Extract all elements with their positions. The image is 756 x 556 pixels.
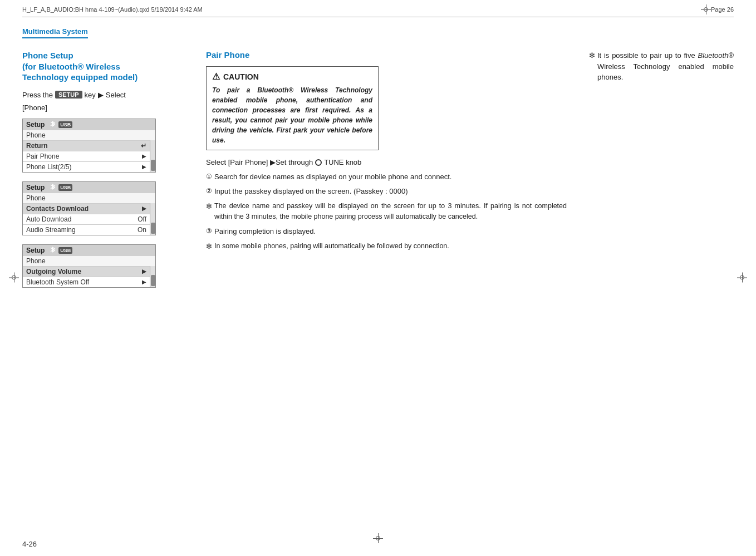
menu2-contacts-arrow: ▶ bbox=[142, 205, 146, 211]
pair-phone-title: Pair Phone bbox=[206, 50, 567, 60]
step2-text: Input the passkey displayed on the scree… bbox=[214, 186, 567, 196]
menu2-item-autodownload[interactable]: Auto Download Off bbox=[23, 214, 150, 224]
menu1-item-phonelist[interactable]: Phone List(2/5) ▶ bbox=[23, 161, 150, 172]
menu3-header-label: Setup bbox=[26, 247, 45, 254]
bluetooth-icon-3 bbox=[49, 246, 56, 253]
select-bracket: [Phone] bbox=[22, 104, 184, 112]
usb-icon-3: USB bbox=[58, 247, 72, 254]
menu3-items: Outgoing Volume ▶ Bluetooth System Off ▶ bbox=[23, 266, 155, 287]
step2-num: ② bbox=[206, 186, 212, 196]
menu1-item-return[interactable]: Return ↵ bbox=[23, 140, 150, 151]
menu1-sublabel: Phone bbox=[23, 130, 155, 140]
menu1-scrollbar bbox=[150, 140, 155, 172]
menu2-sublabel: Phone bbox=[23, 193, 155, 203]
caution-box: ⚠ CAUTION To pair a Bluetooth® Wireless … bbox=[206, 66, 379, 150]
section-title: Phone Setup (for Bluetooth® Wireless Tec… bbox=[22, 50, 184, 83]
top-bar: H_LF_A,B_AUDIO:BH hma 4-109~(Audio).qxd … bbox=[22, 4, 734, 17]
menu1-header-label: Setup bbox=[26, 121, 45, 129]
caution-header: ⚠ CAUTION bbox=[212, 71, 372, 82]
menu3-scroll-thumb bbox=[151, 275, 155, 286]
right-note: ✻ It is possible to pair up to five Blue… bbox=[589, 50, 734, 83]
menu1-return-label: Return bbox=[26, 142, 48, 150]
left-column: Phone Setup (for Bluetooth® Wireless Tec… bbox=[22, 50, 195, 534]
file-info: H_LF_A,B_AUDIO:BH hma 4-109~(Audio).qxd … bbox=[22, 6, 701, 13]
menu2-autodownload-value: Off bbox=[138, 215, 146, 223]
note2-star: ✻ bbox=[206, 241, 212, 252]
note-2: ✻ In some mobile phones, pairing will au… bbox=[206, 241, 567, 252]
press-label: Press the bbox=[22, 91, 53, 99]
menu1-items: Return ↵ Pair Phone ▶ Phone List(2/5) ▶ bbox=[23, 140, 155, 172]
usb-icon-1: USB bbox=[58, 121, 72, 128]
bluetooth-icon bbox=[49, 120, 56, 127]
menu2-contacts-label: Contacts Download bbox=[26, 205, 89, 213]
crosshair-right bbox=[737, 272, 747, 284]
menu2-item-contacts[interactable]: Contacts Download ▶ bbox=[23, 203, 150, 214]
step3-text: Pairing completion is displayed. bbox=[214, 227, 567, 237]
main-content: Phone Setup (for Bluetooth® Wireless Tec… bbox=[22, 50, 734, 534]
menu1-item-pairphone[interactable]: Pair Phone ▶ bbox=[23, 151, 150, 161]
step-list: ① Search for device names as displayed o… bbox=[206, 172, 567, 196]
menu1-return-icon: ↵ bbox=[141, 142, 146, 150]
menu-box-3: Setup USB Phone Outgoing Volume ▶ Blueto… bbox=[22, 244, 156, 288]
menu2-header-label: Setup bbox=[26, 184, 45, 191]
arrow-key: ▶ bbox=[98, 91, 104, 99]
menu2-scroll-thumb bbox=[151, 223, 155, 234]
menu2-audiostreaming-label: Audio Streaming bbox=[26, 226, 76, 234]
menu2-scrollbar bbox=[150, 203, 155, 235]
menu2-item-audiostreaming[interactable]: Audio Streaming On bbox=[23, 224, 150, 235]
step-2: ② Input the passkey displayed on the scr… bbox=[206, 186, 567, 196]
menu-header-1: Setup USB bbox=[23, 119, 155, 130]
menu3-item-outgoing[interactable]: Outgoing Volume ▶ bbox=[23, 266, 150, 277]
crosshair-bottom bbox=[373, 533, 383, 545]
caution-text: To pair a Bluetooth® Wireless Technology… bbox=[212, 85, 372, 145]
press-line: Press the SETUP key ▶ Select bbox=[22, 91, 184, 99]
menu-box-2: Setup USB Phone Contacts Download ▶ Auto bbox=[22, 181, 156, 235]
note2-text: In some mobile phones, pairing will auto… bbox=[214, 241, 567, 252]
instruction-line: Select [Pair Phone] ▶Set through TUNE kn… bbox=[206, 158, 567, 166]
menu3-item-btsysoff[interactable]: Bluetooth System Off ▶ bbox=[23, 277, 150, 287]
menu1-phonelist-arrow: ▶ bbox=[142, 164, 146, 170]
bluetooth-icon-2 bbox=[49, 183, 56, 190]
caution-triangle-icon: ⚠ bbox=[212, 71, 220, 82]
page-info: Page 26 bbox=[711, 6, 734, 13]
crosshair-top bbox=[701, 4, 711, 14]
menu3-btsysoff-arrow: ▶ bbox=[142, 279, 146, 285]
header-section: Multimedia System bbox=[22, 27, 734, 38]
select-label: Select bbox=[106, 91, 126, 99]
instruction-text: Select [Pair Phone] ▶Set through bbox=[206, 158, 313, 166]
key-label: key bbox=[85, 91, 96, 99]
caution-label: CAUTION bbox=[223, 72, 259, 81]
menu1-pairphone-arrow: ▶ bbox=[142, 153, 146, 159]
menu-header-2: Setup USB bbox=[23, 182, 155, 193]
menu-box-1: Setup USB Phone Return ↵ Pair bbox=[22, 119, 156, 173]
right-note-star: ✻ bbox=[589, 50, 595, 83]
note-1: ✻ The device name and passkey will be di… bbox=[206, 201, 567, 222]
menu3-outgoing-label: Outgoing Volume bbox=[26, 268, 81, 275]
right-column: ✻ It is possible to pair up to five Blue… bbox=[578, 50, 734, 534]
menu2-audiostreaming-value: On bbox=[138, 226, 146, 234]
note1-text: The device name and passkey will be disp… bbox=[214, 201, 567, 222]
menu3-btsysoff-label: Bluetooth System Off bbox=[26, 278, 89, 286]
crosshair-left bbox=[9, 272, 19, 284]
step3-num: ③ bbox=[206, 227, 212, 236]
menu3-sublabel: Phone bbox=[23, 256, 155, 266]
setup-badge: SETUP bbox=[55, 91, 82, 99]
note1-star: ✻ bbox=[206, 201, 212, 212]
menu3-outgoing-arrow: ▶ bbox=[142, 268, 146, 274]
right-note-text: It is possible to pair up to five Blueto… bbox=[597, 50, 734, 83]
step-1: ① Search for device names as displayed o… bbox=[206, 172, 567, 182]
menu-header-3: Setup USB bbox=[23, 245, 155, 256]
usb-icon-2: USB bbox=[58, 184, 72, 191]
menu1-pairphone-label: Pair Phone bbox=[26, 152, 59, 160]
tune-circle-icon bbox=[315, 159, 322, 166]
page-number: 4-26 bbox=[22, 540, 37, 548]
tune-label: TUNE knob bbox=[324, 158, 361, 166]
step1-num: ① bbox=[206, 172, 212, 181]
menu1-scroll-thumb bbox=[151, 160, 155, 171]
menu2-autodownload-label: Auto Download bbox=[26, 215, 71, 223]
header-title: Multimedia System bbox=[22, 27, 88, 38]
menu2-items: Contacts Download ▶ Auto Download Off Au… bbox=[23, 203, 155, 235]
middle-column: Pair Phone ⚠ CAUTION To pair a Bluetooth… bbox=[195, 50, 578, 534]
step1-text: Search for device names as displayed on … bbox=[214, 172, 567, 182]
menu1-phonelist-label: Phone List(2/5) bbox=[26, 163, 71, 171]
